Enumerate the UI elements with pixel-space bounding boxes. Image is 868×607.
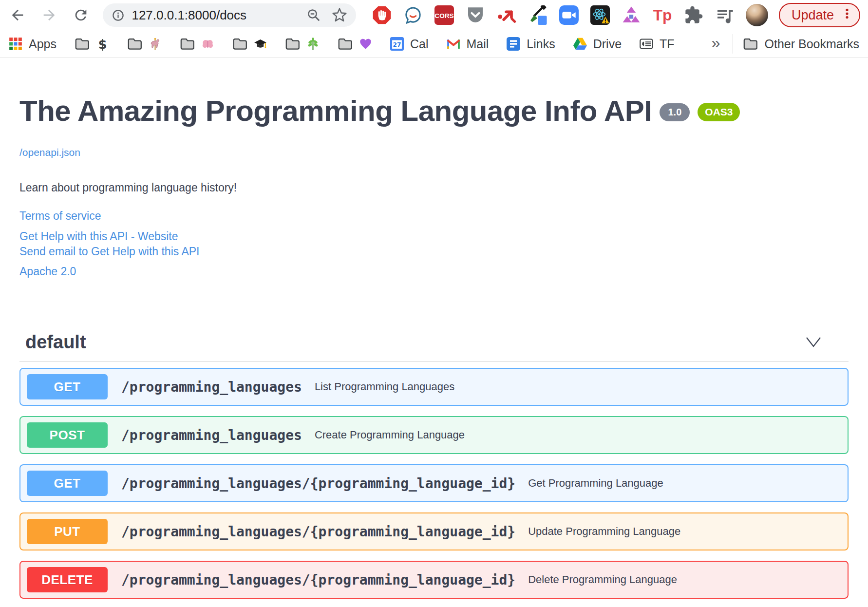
- bookmark-item[interactable]: 27Cal: [390, 37, 429, 51]
- op-summary: List Programming Languages: [315, 380, 454, 393]
- method-badge: GET: [27, 471, 108, 496]
- bookmark-item[interactable]: Links: [507, 37, 555, 51]
- bookmark-item[interactable]: [180, 38, 214, 51]
- operation-row[interactable]: GET /programming_languages/{programming_…: [19, 464, 849, 502]
- folder-icon: [75, 38, 90, 50]
- extensions-row: CORSTp: [372, 5, 735, 25]
- site-info-icon[interactable]: [112, 9, 125, 22]
- bookmark-label: Mail: [467, 37, 489, 51]
- section-default-header[interactable]: default: [19, 331, 849, 353]
- bookmark-item[interactable]: Drive: [573, 37, 622, 51]
- bookmark-item[interactable]: [127, 38, 162, 51]
- graduation-cap-icon: [254, 38, 267, 51]
- bookmarks-bar: Apps$27CalMailLinksDriveTF » Other Bookm…: [0, 30, 868, 58]
- bookmarks-overflow-icon[interactable]: »: [711, 35, 723, 54]
- url-text[interactable]: 127.0.0.1:8000/docs: [132, 8, 306, 23]
- bookmark-item[interactable]: [338, 38, 372, 51]
- operation-row[interactable]: POST /programming_languages Create Progr…: [19, 416, 849, 454]
- oas3-badge: OAS3: [698, 103, 740, 121]
- links-doc-icon: [507, 37, 520, 51]
- zoom-out-icon[interactable]: [306, 8, 332, 22]
- carousel-horse-icon: [149, 38, 162, 51]
- bookmark-item[interactable]: [232, 38, 267, 51]
- op-summary: Delete Programming Language: [528, 573, 677, 586]
- get-help-website-link[interactable]: Get Help with this API - Website: [19, 229, 178, 243]
- license-link[interactable]: Apache 2.0: [19, 265, 76, 278]
- calendar-27-icon: 27: [390, 37, 404, 51]
- reload-icon[interactable]: [71, 5, 90, 25]
- operation-row[interactable]: GET /programming_languages List Programm…: [19, 368, 849, 406]
- address-bar[interactable]: 127.0.0.1:8000/docs: [103, 3, 356, 27]
- adblock-hand-icon[interactable]: [372, 5, 392, 25]
- op-path: /programming_languages/{programming_lang…: [121, 475, 515, 492]
- op-path: /programming_languages/{programming_lang…: [121, 524, 515, 540]
- cors-icon[interactable]: CORS: [434, 5, 454, 25]
- bookmark-item[interactable]: TF: [640, 37, 675, 51]
- tampermonkey-tp-icon[interactable]: Tp: [652, 5, 673, 25]
- bookmark-star-icon[interactable]: [332, 7, 347, 23]
- version-badge: 1.0: [660, 103, 690, 121]
- zoom-camera-icon[interactable]: [559, 5, 579, 25]
- update-button[interactable]: Update: [779, 3, 860, 27]
- color-eyedropper-icon[interactable]: [528, 5, 548, 25]
- api-title-row: The Amazing Programming Language Info AP…: [19, 95, 849, 127]
- method-badge: POST: [27, 422, 108, 448]
- op-summary: Update Programming Language: [528, 525, 680, 538]
- browser-toolbar: 127.0.0.1:8000/docs CORSTp Update: [0, 0, 868, 30]
- chat-bubble-icon[interactable]: [403, 5, 423, 25]
- forward-icon[interactable]: [39, 5, 58, 25]
- back-icon[interactable]: [8, 5, 27, 25]
- kebab-menu-icon[interactable]: [841, 7, 853, 23]
- svg-text:27: 27: [393, 41, 401, 48]
- folder-icon: [180, 38, 195, 50]
- method-badge: PUT: [27, 519, 108, 544]
- bookmark-item[interactable]: [285, 38, 320, 51]
- folder-icon: [743, 38, 758, 50]
- bookmarks-right: » Other Bookmarks: [711, 34, 859, 54]
- bookmark-item[interactable]: Apps: [9, 37, 57, 51]
- section-divider: [19, 361, 849, 362]
- bookmark-item[interactable]: Mail: [447, 37, 489, 51]
- playlist-music-icon[interactable]: [715, 5, 735, 25]
- section-title: default: [25, 331, 86, 353]
- op-path: /programming_languages: [121, 379, 302, 395]
- apps-grid-icon: [9, 37, 22, 51]
- pocket-badge-icon[interactable]: [465, 5, 486, 25]
- gmail-icon: [447, 37, 460, 51]
- dollar-icon: $: [96, 38, 109, 51]
- bookmark-label: Cal: [410, 37, 429, 51]
- op-path: /programming_languages: [121, 427, 302, 443]
- operation-row[interactable]: PUT /programming_languages/{programming_…: [19, 512, 849, 550]
- method-badge: DELETE: [27, 567, 108, 592]
- op-summary: Get Programming Language: [528, 477, 663, 490]
- bookmark-label: Apps: [29, 37, 57, 51]
- drive-triangle-icon: [573, 37, 587, 51]
- svg-text:Tp: Tp: [653, 6, 672, 24]
- puzzle-extensions-icon[interactable]: [683, 5, 704, 25]
- bookmark-label: Links: [527, 37, 555, 51]
- profile-avatar[interactable]: [746, 4, 768, 26]
- openapi-spec-link[interactable]: /openapi.json: [19, 147, 849, 158]
- bookmark-label: TF: [660, 37, 675, 51]
- operation-row[interactable]: DELETE /programming_languages/{programmi…: [19, 561, 849, 599]
- react-devtools-icon[interactable]: [590, 5, 610, 25]
- operations-list: GET /programming_languages List Programm…: [19, 368, 849, 599]
- bookmarks-left: Apps$27CalMailLinksDriveTF: [9, 37, 675, 51]
- swagger-page: The Amazing Programming Language Info AP…: [0, 95, 868, 607]
- send-email-link[interactable]: Send email to Get Help with this API: [19, 245, 199, 258]
- page-title: The Amazing Programming Language Info AP…: [19, 95, 652, 127]
- recycle-icon[interactable]: [621, 5, 642, 25]
- other-bookmarks[interactable]: Other Bookmarks: [743, 37, 859, 51]
- bookmarks-divider: [733, 34, 733, 54]
- bookmark-item[interactable]: $: [75, 38, 109, 51]
- terms-of-service-link[interactable]: Terms of service: [19, 209, 101, 223]
- herb-icon: [306, 38, 320, 51]
- folder-icon: [285, 38, 300, 50]
- svg-text:$: $: [98, 38, 107, 51]
- purple-heart-icon: [359, 38, 372, 51]
- other-bookmarks-label: Other Bookmarks: [764, 37, 859, 51]
- red-arrow-icon[interactable]: [496, 5, 517, 25]
- chevron-down-icon[interactable]: [805, 336, 822, 348]
- method-badge: GET: [27, 374, 108, 399]
- bookmark-label: Drive: [593, 37, 622, 51]
